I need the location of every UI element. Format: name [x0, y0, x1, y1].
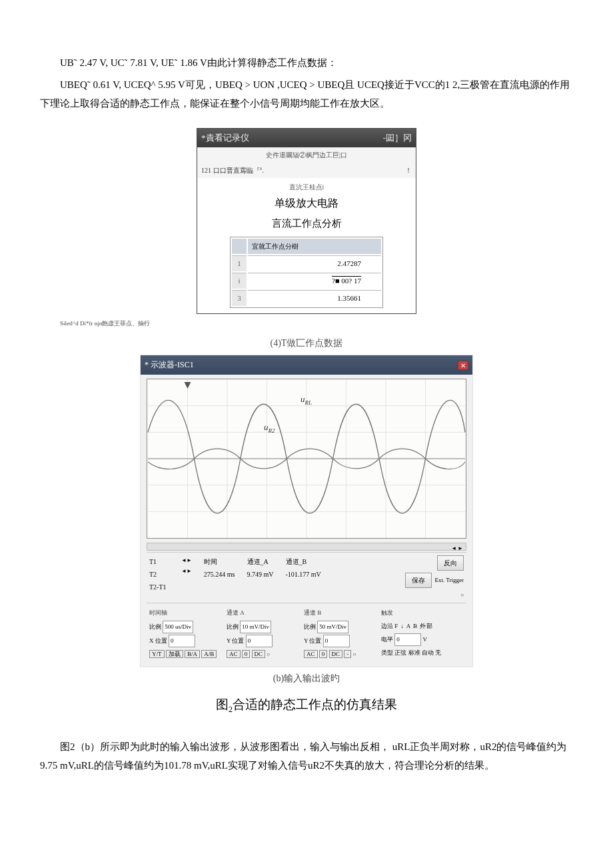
neg-button[interactable]: - [344, 650, 351, 658]
recorder-toolbar-left: 121 口口晋直蔫臨『°. [201, 164, 264, 177]
level-input[interactable]: 0 [394, 633, 421, 646]
table-row: 31.35661 [232, 290, 381, 306]
recorder-heading-1: 单级放大电路 [203, 193, 410, 213]
chb-header-ctrl: 通道 B [304, 607, 377, 619]
recorder-toolbar[interactable]: 121 口口晋直蔫臨『°. ！ [197, 163, 416, 178]
save-button[interactable]: 保存 [405, 573, 432, 588]
radio-icon[interactable]: ○ [353, 651, 356, 657]
recorder-title: *責看记录仪 [201, 130, 249, 147]
chb-value: -101.177 mV [286, 568, 321, 581]
dc-button[interactable]: DC [329, 650, 343, 658]
arrow-icon[interactable]: ◄► [181, 566, 192, 576]
scope-screen: uRL uR2 [147, 379, 466, 539]
chb-ypos-input[interactable]: 0 [323, 635, 350, 647]
scope-controls: 时间轴 比例 500 us/Div X 位置 0 Y/T 加载 B/A A/B … [147, 605, 466, 662]
subcaption-a: (4)T做匸作点数据 [271, 335, 343, 353]
ext-trigger-label: Ext. Trigger [434, 575, 464, 586]
recorder-heading-2: 言流工作点分析 [203, 214, 410, 233]
ac-button[interactable]: AC [227, 650, 241, 658]
scope-readout: T1 T2 T2-T1 ◄► ◄► 时间 275.244 ms 通道_A 9.7… [147, 552, 466, 603]
recorder-window: *責看记录仪 -囸］冈 史件退嘱辐②枫門边工巨|口 121 口口晋直蔫臨『°. … [197, 128, 416, 314]
oscilloscope-window: * 示波器-ISC1 ✕ [140, 355, 473, 667]
trigger-header: 触发 [381, 607, 464, 619]
time-value: 275.244 ms [204, 568, 235, 581]
wave-label-ur2: uR2 [264, 419, 275, 437]
dc-button[interactable]: DC [252, 650, 266, 658]
ba-button[interactable]: B/A [185, 650, 200, 658]
figure-title: 图2合适的静态工作点的仿真结果 [216, 693, 397, 717]
close-icon[interactable]: ✕ [458, 361, 468, 370]
cha-ypos-input[interactable]: 0 [246, 635, 273, 647]
time-header: 时间 [204, 555, 235, 568]
cha-header-ctrl: 通道 A [227, 607, 300, 619]
timebase-input[interactable]: 500 us/Div [163, 621, 193, 633]
chb-header: 通道_B [286, 555, 321, 568]
table-row: i?■ 00? 17 [232, 273, 381, 289]
cursor-marker-icon[interactable] [185, 382, 191, 389]
recorder-col-header: 宜就工作点分樹 [248, 239, 381, 254]
paragraph-1: UB˜ 2.47 V, UC˜ 7.81 V, UE˜ 1.86 V由此计算得静… [40, 53, 573, 73]
recorder-subtitle: 直沆王桂点i [203, 181, 410, 193]
radio-icon[interactable]: ○ [460, 590, 464, 600]
table-row: 12.47287 [232, 255, 381, 271]
wave-label-url: uRL [301, 391, 312, 409]
cursor-t1: T1 [149, 555, 169, 568]
ab-button[interactable]: A/B [201, 650, 217, 658]
scope-titlebar: * 示波器-ISC1 ✕ [141, 355, 472, 375]
recorder-table: 宜就工作点分樹 12.47287 i?■ 00? 17 31.35661 [230, 237, 383, 308]
chb-scale-input[interactable]: 50 mV/Div [317, 621, 348, 633]
arrow-icon[interactable]: ◄► [181, 555, 192, 565]
reverse-button[interactable]: 反向 [437, 555, 464, 571]
edge-buttons[interactable]: F ↓ A B 外部 [394, 623, 433, 629]
recorder-menu[interactable]: 史件退嘱辐②枫門边工巨|口 [197, 147, 416, 163]
cursor-dt: T2-T1 [149, 581, 169, 593]
paragraph-2: UBEQ˜ 0.61 V, UCEQ^ 5.95 V可见，UBEQ > UON … [40, 75, 573, 113]
subcaption-b: (b)输入输出波旳 [273, 670, 340, 688]
yt-button[interactable]: Y/T [149, 650, 165, 658]
cha-value: 9.749 mV [247, 568, 274, 581]
paragraph-3: 图2（b）所示即为此时的输入输出波形，从波形图看出，输入与输出反相， uRL正负… [40, 737, 573, 775]
xpos-input[interactable]: 0 [169, 635, 195, 647]
add-button[interactable]: 加载 [166, 650, 183, 658]
recorder-titlebar: *責看记录仪 -囸］冈 [197, 129, 416, 148]
cha-header: 通道_A [247, 555, 274, 568]
scope-title: * 示波器-ISC1 [145, 357, 194, 373]
zero-button[interactable]: 0 [242, 650, 251, 658]
type-options[interactable]: 正弦 标准 自动 无 [394, 649, 441, 656]
scrollbar[interactable]: ◄ ► [147, 543, 466, 551]
radio-icon[interactable]: ○ [267, 651, 270, 657]
cursor-t2: T2 [149, 568, 169, 581]
ac-button[interactable]: AC [304, 650, 318, 658]
recorder-title-right: -囸］冈 [383, 130, 412, 147]
cha-scale-input[interactable]: 10 mV/Div [240, 621, 271, 633]
footnote: Siletl^d Di*fr njn飽虚王菲点、抽行 [40, 318, 573, 329]
recorder-toolbar-right: ！ [405, 164, 412, 177]
timebase-header: 时间轴 [149, 607, 223, 619]
zero-button[interactable]: 0 [319, 650, 328, 658]
